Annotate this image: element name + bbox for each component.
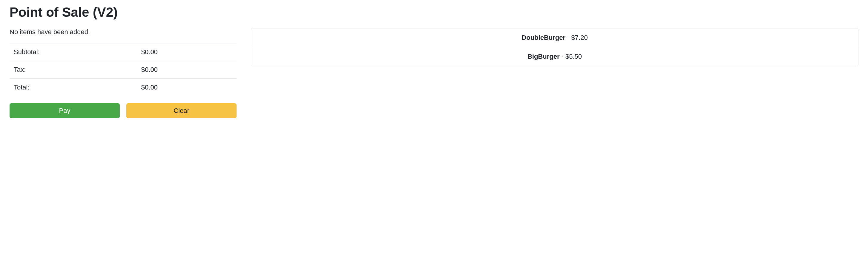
product-name: DoubleBurger <box>522 34 565 41</box>
product-name: BigBurger <box>527 53 560 60</box>
product-item-doubleburger[interactable]: DoubleBurger - $7.20 <box>251 28 858 47</box>
action-buttons: Pay Clear <box>9 103 237 118</box>
product-separator: - <box>565 34 571 41</box>
subtotal-label: Subtotal: <box>9 44 141 61</box>
product-separator: - <box>559 53 565 60</box>
product-item-bigburger[interactable]: BigBurger - $5.50 <box>251 47 858 66</box>
totals-table: Subtotal: $0.00 Tax: $0.00 Total: $0.00 <box>9 43 237 96</box>
main-layout: No items have been added. Subtotal: $0.0… <box>9 28 859 118</box>
tax-row: Tax: $0.00 <box>9 61 237 79</box>
total-row: Total: $0.00 <box>9 79 237 97</box>
tax-value: $0.00 <box>141 61 237 79</box>
total-label: Total: <box>9 79 141 97</box>
tax-label: Tax: <box>9 61 141 79</box>
pay-button[interactable]: Pay <box>9 103 120 118</box>
product-price: $7.20 <box>571 34 588 41</box>
cart-empty-message: No items have been added. <box>9 28 237 36</box>
products-panel: DoubleBurger - $7.20 BigBurger - $5.50 <box>251 28 859 118</box>
cart-panel: No items have been added. Subtotal: $0.0… <box>9 28 237 118</box>
product-list: DoubleBurger - $7.20 BigBurger - $5.50 <box>251 28 859 66</box>
subtotal-row: Subtotal: $0.00 <box>9 44 237 61</box>
product-price: $5.50 <box>565 53 582 60</box>
subtotal-value: $0.00 <box>141 44 237 61</box>
total-value: $0.00 <box>141 79 237 97</box>
clear-button[interactable]: Clear <box>126 103 237 118</box>
page-title: Point of Sale (V2) <box>9 5 859 20</box>
